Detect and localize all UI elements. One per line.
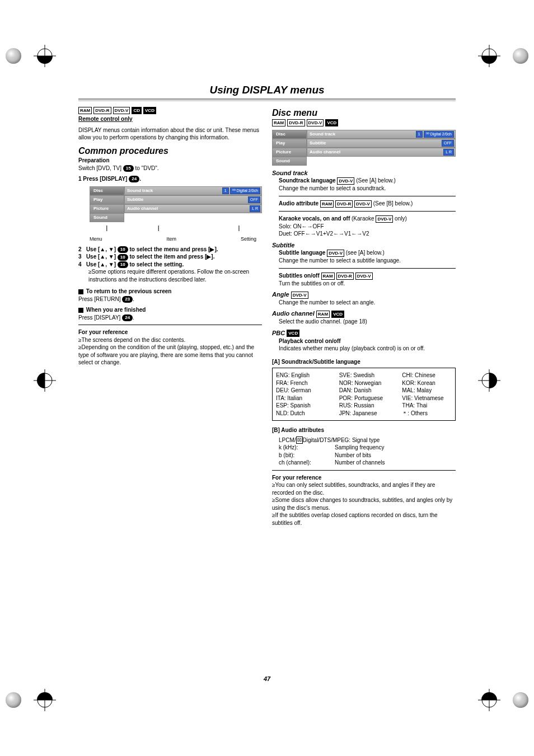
osd-diagram: Disc Play Picture Sound Sound track 1 ᴰᴰ… [90, 186, 262, 222]
osd-items-column: Sound track1ᴰᴰ Digital 2/0ch SubtitleOFF… [307, 130, 456, 166]
language-table: ENG: EnglishFRA: FrenchDEU: GermanITA: I… [272, 368, 456, 421]
osd-captions: Menu Item Setting [90, 236, 262, 242]
attribute-table: LPCM/▯▯ Digital/DTS/MPEG: Signal type k … [279, 436, 456, 467]
section-b-heading: [B] Audio attributes [272, 426, 456, 434]
osd-menu-sound: Sound [90, 213, 124, 222]
soundtrack-heading: Sound track [272, 169, 456, 177]
printer-ball-tr [513, 48, 528, 64]
page-number: 47 [78, 675, 456, 682]
pbc-heading: PBC VCD [272, 329, 456, 337]
fyr-r3: ≥If the subtitles overlap closed caption… [272, 511, 456, 527]
intro-text: DISPLAY menus contain information about … [78, 126, 262, 142]
return-text: Press [RETURN] 23. [78, 295, 262, 303]
disc-menu-heading: Disc menu [272, 107, 456, 119]
disc-type-tags: RAM DVD-R DVD-V CD VCD [78, 107, 262, 114]
fyr-r1: ≥You can only select subtitles, soundtra… [272, 481, 456, 496]
angle-body: Change the number to select an angle. [279, 299, 456, 307]
osd-menu-sound: Sound [272, 157, 307, 166]
finished-heading: When you are finished [78, 306, 262, 314]
crop-mark [478, 689, 500, 711]
subtitle-body: Subtitle language DVD-V (see [A] below.)… [279, 249, 456, 287]
remote-key-10: 10 [118, 261, 128, 268]
crop-mark [478, 369, 500, 392]
dolby-digital-icon: ▯▯ [296, 436, 303, 444]
remote-key-24: 24 [122, 314, 133, 321]
osd-menu-disc: Disc [272, 130, 307, 139]
tag-ram: RAM [272, 119, 285, 126]
osd-items-column: Sound track 1 ᴰᴰ Digital 2/0ch Subtitle … [124, 186, 262, 222]
page-title: Using DISPLAY menus [78, 84, 456, 98]
crop-mark [34, 45, 56, 67]
remote-key-15: 15 [123, 165, 134, 172]
fyr-heading-2: For your reference [272, 474, 456, 482]
step-4: 4 Use [▲, ▼] 10 to select the setting. [78, 261, 262, 269]
preparation-label: Preparation [78, 157, 262, 165]
osd-menu-column: Disc Play Picture Sound [90, 186, 124, 222]
osd-cap-setting: Setting [241, 236, 256, 242]
angle-heading: Angle DVD-V [272, 290, 456, 299]
remote-key-24: 24 [129, 176, 139, 182]
preparation-text: Switch [DVD, TV] 15 to "DVD". [78, 165, 262, 172]
audio-channel-body: Select the audio channel. (page 18) [279, 318, 456, 326]
osd-row-subtitle: Subtitle OFF [124, 195, 262, 204]
osd-row-soundtrack: Sound track 1 ᴰᴰ Digital 2/0ch [124, 186, 262, 195]
step-3: 3 Use [▲, ▼] 10 to select the item and p… [78, 253, 262, 261]
tag-vcd: VCD [143, 107, 156, 114]
osd-menu-play: Play [272, 139, 307, 148]
tag-dvdv: DVD-V [307, 119, 324, 126]
subtitle-heading: Subtitle [272, 241, 456, 250]
finished-text: Press [DISPLAY] 24. [78, 314, 262, 322]
lang-col-1: ENG: EnglishFRA: FrenchDEU: GermanITA: I… [276, 372, 326, 417]
fyr-1: ≥The screens depend on the disc contents… [78, 336, 262, 344]
tag-dvdr: DVD-R [287, 119, 305, 126]
osd-menu-disc: Disc [90, 186, 124, 195]
disc-type-tags-2: RAM DVD-R DVD-V VCD [272, 119, 456, 126]
tag-dvdv: DVD-V [113, 107, 130, 114]
lang-col-3: CHI: ChineseKOR: KoreanMAL: MalayVIE: Vi… [402, 372, 452, 417]
right-column: Disc menu RAM DVD-R DVD-V VCD Disc Play … [272, 107, 456, 527]
remote-key-23: 23 [122, 296, 133, 303]
remote-key-10: 10 [118, 254, 128, 261]
printer-ball-br [513, 692, 528, 708]
osd-diagram-2: Disc Play Picture Sound Sound track1ᴰᴰ D… [272, 130, 456, 166]
fyr-2: ≥Depending on the condition of the unit … [78, 344, 262, 367]
remote-only-note: Remote control only [78, 115, 262, 123]
osd-menu-column: Disc Play Picture Sound [272, 130, 307, 166]
step-2: 2 Use [▲, ▼] 10 to select the menu and p… [78, 246, 262, 253]
printer-ball-bl [6, 692, 21, 708]
divider [78, 325, 262, 325]
step-4-note: ≥Some options require different operatio… [88, 268, 262, 283]
osd-connector-lines [90, 226, 262, 231]
common-procedures-heading: Common procedures [78, 145, 262, 157]
tag-ram: RAM [78, 107, 92, 114]
osd-menu-picture: Picture [272, 148, 307, 157]
fyr-r2: ≥Some discs allow changes to soundtracks… [272, 496, 456, 511]
title-rule [78, 98, 456, 101]
osd-menu-play: Play [90, 195, 124, 204]
crop-mark [478, 45, 500, 67]
page-content: Using DISPLAY menus RAM DVD-R DVD-V CD V… [78, 84, 456, 689]
divider [272, 470, 456, 471]
osd-cap-item: Item [166, 236, 176, 242]
crop-mark [34, 689, 56, 711]
tag-dvdr: DVD-R [93, 107, 111, 114]
left-column: RAM DVD-R DVD-V CD VCD Remote control on… [78, 107, 262, 527]
tag-vcd: VCD [325, 119, 338, 126]
osd-menu-picture: Picture [90, 204, 124, 213]
lang-col-2: SVE: SwedishNOR: NorwegianDAN: DanishPOR… [339, 372, 389, 417]
step-1: 1 Press [DISPLAY] 24. [78, 175, 262, 183]
pbc-body: Playback control on/off Indicates whethe… [279, 337, 456, 353]
remote-key-10: 10 [118, 246, 128, 253]
return-heading: To return to the previous screen [78, 288, 262, 295]
section-a-heading: [A] Soundtrack/Subtitle language [272, 358, 456, 366]
soundtrack-body: Soundtrack language DVD-V (See [A] below… [279, 177, 456, 237]
audio-channel-heading: Audio channel RAM VCD [272, 309, 456, 318]
osd-row-audiochannel: Audio channel L R [124, 204, 262, 213]
osd-cap-menu: Menu [90, 236, 102, 242]
tag-cd: CD [132, 107, 142, 114]
printer-ball-tl [6, 48, 21, 64]
crop-mark [34, 369, 56, 392]
fyr-heading: For your reference [78, 328, 262, 336]
